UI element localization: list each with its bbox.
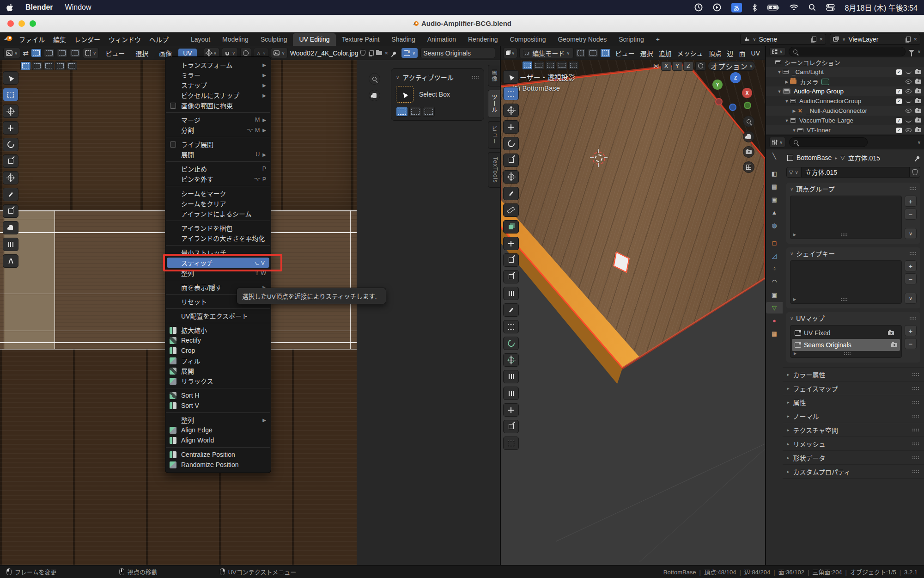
collapsed-panel-6[interactable]: ▸形状データ (783, 451, 924, 465)
select-mode-mini-2[interactable] (43, 61, 54, 70)
uv-select-edge-icon[interactable] (44, 49, 55, 57)
viewport-menu-3[interactable]: メッシュ (675, 47, 706, 59)
workspace-tab-rendering[interactable]: Rendering (462, 33, 504, 46)
expander-icon[interactable]: ▼ (784, 99, 790, 104)
empty-list[interactable]: ▶ (790, 196, 902, 239)
panel-grip[interactable] (912, 400, 919, 404)
gizmo-z-axis[interactable]: Z (730, 72, 741, 83)
eye-closed-toggle[interactable] (906, 99, 912, 103)
select-mode-edge-icon[interactable] (588, 49, 598, 57)
eye-open-toggle[interactable] (906, 109, 912, 113)
tool-tab[interactable]: ╲ (766, 150, 783, 162)
workspace-tab-uv-editing[interactable]: UV Editing (293, 33, 335, 46)
outliner-row-5[interactable]: ▶_Null-AudioConnector (766, 106, 924, 116)
add-cube-tool[interactable] (503, 220, 519, 234)
camera-toggle[interactable] (915, 128, 921, 132)
workspace-tab-compositing[interactable]: Compositing (504, 33, 552, 46)
checkbox-toggle[interactable]: ✓ (896, 98, 902, 104)
pivot-point-button[interactable]: ∨ (83, 48, 99, 58)
rotate-tool[interactable] (503, 137, 519, 150)
pinch-tool[interactable] (3, 254, 18, 268)
menu-item-30[interactable]: UV配置をエクスポート (165, 311, 271, 321)
copy-icon[interactable] (812, 37, 816, 42)
loop-cut-tool[interactable] (503, 287, 519, 300)
shrink-fatten-tool[interactable] (503, 403, 519, 417)
folder-icon[interactable] (376, 51, 382, 55)
remove-uv-map-button[interactable]: − (905, 338, 917, 349)
navigation-gizmo[interactable]: Z Y X (704, 69, 755, 120)
mirror-axis-z[interactable]: Z (683, 61, 693, 71)
expander-icon[interactable]: ▶ (791, 109, 797, 113)
annotate-tool[interactable] (3, 188, 18, 201)
workspace-tab-geometry-nodes[interactable]: Geometry Nodes (552, 33, 613, 46)
modifiers-tab[interactable]: ◿ (766, 250, 783, 262)
menu-item-3[interactable]: ピクセルにスナップ▶ (165, 90, 271, 100)
panel-grip[interactable] (912, 456, 919, 460)
menu-item-1[interactable]: ミラー▶ (165, 70, 271, 80)
select-mode-new-icon[interactable] (396, 107, 408, 117)
eye-open-toggle[interactable] (906, 80, 912, 84)
workspace-tab-animation[interactable]: Animation (421, 33, 462, 46)
menu-item-16[interactable]: シームをクリア (165, 198, 271, 209)
editor-type-button[interactable]: ∨ (503, 48, 517, 58)
spin-tool[interactable] (503, 337, 519, 350)
menu-item-22[interactable]: 最小ストレッチ (165, 247, 271, 258)
pin-icon[interactable] (916, 156, 920, 160)
fake-user-shield-icon[interactable] (910, 167, 920, 178)
editor-type-button[interactable]: ∨ (769, 47, 785, 56)
editor-type-button[interactable]: ∨ (3, 48, 20, 58)
eye-open-toggle[interactable] (906, 128, 912, 132)
menubar-clock[interactable]: 8月18日 (木) 午後3:54 (845, 2, 918, 13)
camera-toggle[interactable] (915, 70, 921, 74)
world-tab[interactable]: ◍ (766, 220, 783, 231)
tweak-tool[interactable] (3, 71, 18, 85)
empty-list[interactable]: ▶ (790, 260, 902, 304)
uv-select-face-icon[interactable] (57, 49, 67, 57)
gizmo-y-axis[interactable]: Y (712, 80, 723, 90)
panel-collapse-icon[interactable]: ∨ (790, 251, 793, 256)
select-mode-subtract-icon[interactable] (423, 107, 435, 117)
topbar-menu-1[interactable]: 編集 (49, 35, 70, 45)
add-button[interactable]: + (905, 196, 917, 207)
workspace-tab-scripting[interactable]: Scripting (613, 33, 650, 46)
close-icon[interactable]: × (819, 36, 823, 43)
mirror-axis-y[interactable]: Y (672, 61, 682, 71)
blender-logo-icon[interactable] (4, 35, 13, 43)
menu-item-20[interactable]: アイランドの大きさを平均化 (165, 233, 271, 243)
properties-search-input[interactable] (789, 137, 868, 147)
expand-icon[interactable]: ▶ (794, 351, 796, 356)
gizmo-y-negative[interactable] (744, 102, 751, 109)
topbar-menu-2[interactable]: レンダー (70, 35, 104, 45)
knife-tool[interactable] (503, 303, 519, 317)
collapsed-panel-1[interactable]: ▸フェイスマップ (783, 381, 924, 395)
eye-closed-toggle[interactable] (906, 118, 912, 123)
transform-tool[interactable] (3, 171, 18, 184)
select-box-tool[interactable] (503, 87, 519, 100)
control-center-icon[interactable] (826, 4, 835, 11)
grab-tool[interactable] (3, 221, 18, 234)
filter-options-icon[interactable]: ∨ (918, 49, 921, 54)
sidebar-tab-0[interactable]: 画像 (488, 65, 500, 86)
menu-item-19[interactable]: アイランドを梱包 (165, 223, 271, 233)
add-button[interactable]: + (905, 260, 917, 271)
panel-grip[interactable] (909, 316, 917, 320)
particles-tab[interactable]: ⁘ (766, 263, 783, 275)
menu-item-34[interactable]: Crop (165, 345, 271, 356)
select-mode-mini-0[interactable] (522, 61, 533, 70)
select-box-tool-icon[interactable] (396, 86, 413, 103)
outliner-row-3[interactable]: ▼Audio-Amp Group✓ (766, 86, 924, 96)
relax-tool[interactable] (3, 238, 18, 251)
panel-collapse-icon[interactable]: ∨ (790, 186, 793, 191)
menu-item-40[interactable]: Sort V (165, 400, 271, 411)
menu-item-33[interactable]: Rectify (165, 335, 271, 345)
shear-tool[interactable] (503, 420, 519, 433)
uv-map-list[interactable]: UV Fixed✕Seams Originals▶ (790, 325, 902, 358)
viewport-menu-6[interactable]: 面 (736, 47, 748, 59)
menu-item-0[interactable]: トランスフォーム▶ (165, 60, 271, 70)
menu-item-36[interactable]: 展開 (165, 366, 271, 376)
workspace-tab-modeling[interactable]: Modeling (216, 33, 255, 46)
menu-item-43[interactable]: Align Edge (165, 425, 271, 435)
outliner-row-2[interactable]: ▶カメラ (766, 77, 924, 86)
checkbox-toggle[interactable]: ✓ (896, 89, 902, 94)
select-mode-vertex-icon[interactable] (576, 49, 586, 57)
